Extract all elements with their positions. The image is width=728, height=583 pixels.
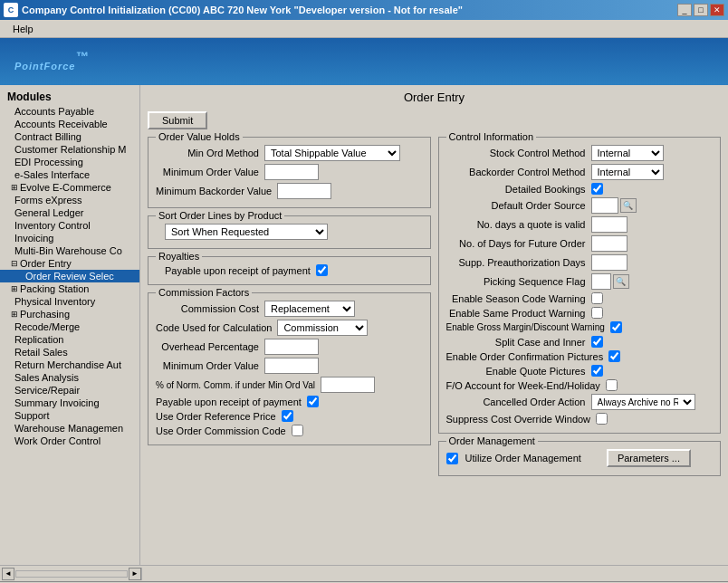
sort-order-lines-group: Sort Order Lines by Product Sort When Re… bbox=[148, 215, 431, 249]
minimize-button[interactable]: _ bbox=[677, 4, 692, 16]
supp-preauth-input[interactable]: 2 bbox=[591, 254, 627, 271]
norm-comm-input[interactable]: .00 bbox=[321, 377, 375, 393]
sidebar-item-general-ledger[interactable]: General Ledger bbox=[0, 206, 139, 219]
comm-min-order-label: Minimum Order Value bbox=[156, 360, 264, 371]
royalties-checkbox[interactable] bbox=[316, 264, 328, 276]
picking-seq-browse[interactable]: 🔍 bbox=[613, 274, 629, 289]
no-days-quote-input[interactable]: 30 bbox=[591, 216, 627, 233]
enable-quote-pics-checkbox[interactable] bbox=[591, 365, 603, 377]
sidebar-item-retail-sales[interactable]: Retail Sales bbox=[0, 346, 139, 358]
comm-payable-label: Payable upon receipt of payment bbox=[156, 397, 307, 407]
close-button[interactable]: ✕ bbox=[710, 4, 724, 16]
sidebar-item-service-repair[interactable]: Service/Repair bbox=[0, 384, 139, 397]
sidebar-item-inventory-control[interactable]: Inventory Control bbox=[0, 219, 139, 232]
sidebar-item-packing-station[interactable]: ⊞ Packing Station bbox=[0, 282, 139, 295]
enable-gross-margin-checkbox[interactable] bbox=[610, 321, 622, 333]
sidebar-item-sales-analysis[interactable]: Sales Analysis bbox=[0, 371, 139, 384]
order-value-holds-title: Order Value Holds bbox=[156, 131, 243, 142]
sidebar-item-evolve-ecommerce[interactable]: ⊞ Evolve E-Commerce bbox=[0, 181, 139, 194]
parameters-button[interactable]: Parameters ... bbox=[607, 449, 691, 467]
fo-account-label: F/O Account for Week-End/Holiday bbox=[446, 380, 606, 391]
commission-cost-label: Commission Cost bbox=[156, 303, 264, 314]
default-order-source-input[interactable]: 1 bbox=[591, 197, 618, 214]
overhead-input[interactable]: .00 bbox=[264, 339, 319, 355]
fo-account-checkbox[interactable] bbox=[606, 379, 618, 391]
sidebar-item-accounts-receivable[interactable]: Accounts Receivable bbox=[0, 118, 139, 130]
supp-preauth-label: Supp. Preauthorization Days bbox=[446, 257, 591, 268]
sidebar-item-order-entry[interactable]: ⊟ Order Entry bbox=[0, 257, 139, 270]
min-backorder-value-input[interactable]: 10.00 bbox=[277, 183, 331, 199]
min-order-value-input[interactable]: 5.00 bbox=[264, 164, 319, 180]
no-days-future-label: No. of Days for Future Order bbox=[446, 238, 591, 249]
sidebar-item-multibin[interactable]: Multi-Bin Warehouse Co bbox=[0, 244, 139, 257]
comm-min-order-input[interactable]: 0 bbox=[264, 358, 319, 374]
sidebar-item-order-review[interactable]: Order Review Selec bbox=[0, 270, 139, 282]
sidebar-item-customer-relationship[interactable]: Customer Relationship M bbox=[0, 143, 139, 156]
min-ord-method-label: Min Ord Method bbox=[156, 148, 264, 158]
sidebar-item-accounts-payable[interactable]: Accounts Payable bbox=[0, 105, 139, 118]
cancelled-order-select[interactable]: Always Archive no Reas bbox=[591, 394, 695, 410]
no-days-future-input[interactable]: 365 bbox=[591, 235, 627, 252]
sort-order-lines-select[interactable]: Sort When Requested bbox=[165, 224, 328, 240]
use-ref-price-label: Use Order Reference Price bbox=[156, 411, 282, 422]
split-case-checkbox[interactable] bbox=[591, 336, 603, 348]
stock-control-select[interactable]: Internal bbox=[591, 145, 664, 161]
sidebar-label-packing: Packing Station bbox=[20, 283, 89, 294]
suppress-cost-checkbox[interactable] bbox=[596, 413, 608, 425]
sidebar-item-replication[interactable]: Replication bbox=[0, 333, 139, 346]
default-order-source-label: Default Order Source bbox=[446, 200, 591, 211]
min-ord-method-select[interactable]: Total Shippable Value bbox=[264, 145, 400, 161]
order-management-title: Order Management bbox=[446, 435, 538, 446]
enable-same-product-checkbox[interactable] bbox=[591, 307, 603, 319]
logo: PointForce™ bbox=[14, 47, 89, 76]
submit-button[interactable]: Submit bbox=[148, 111, 207, 129]
royalties-group: Royalties Payable upon receipt of paymen… bbox=[148, 256, 431, 285]
sidebar-item-forms-express[interactable]: Forms eXpress bbox=[0, 194, 139, 206]
use-comm-code-checkbox[interactable] bbox=[292, 425, 303, 436]
logo-part1: Point bbox=[14, 61, 44, 72]
expand-icon: ⊞ bbox=[11, 183, 18, 192]
enable-quote-pics-label: Enable Quote Pictures bbox=[446, 366, 591, 377]
sidebar-item-purchasing[interactable]: ⊞ Purchasing bbox=[0, 308, 139, 320]
backorder-control-select[interactable]: Internal bbox=[591, 164, 664, 180]
sidebar-item-esales[interactable]: e-Sales Interface bbox=[0, 168, 139, 181]
maximize-button[interactable]: □ bbox=[694, 4, 708, 16]
code-used-select[interactable]: Commission bbox=[277, 320, 368, 336]
picking-seq-input[interactable]: P bbox=[591, 273, 611, 290]
sidebar-item-contract-billing[interactable]: Contract Billing bbox=[0, 130, 139, 143]
scroll-right-btn[interactable]: ► bbox=[129, 568, 141, 580]
min-order-value-label: Minimum Order Value bbox=[156, 167, 264, 177]
sort-order-lines-title: Sort Order Lines by Product bbox=[156, 210, 284, 221]
order-value-holds-group: Order Value Holds Min Ord Method Total S… bbox=[148, 137, 431, 208]
sidebar-item-summary-invoicing[interactable]: Summary Invoicing bbox=[0, 397, 139, 409]
comm-payable-checkbox[interactable] bbox=[307, 396, 319, 407]
enable-season-label: Enable Season Code Warning bbox=[446, 293, 591, 304]
sidebar-item-physical-inventory[interactable]: Physical Inventory bbox=[0, 295, 139, 308]
default-order-source-browse[interactable]: 🔍 bbox=[620, 198, 637, 213]
detailed-bookings-checkbox[interactable] bbox=[591, 183, 603, 195]
scroll-left-btn[interactable]: ◄ bbox=[2, 568, 14, 580]
sidebar-item-recode-merge[interactable]: Recode/Merge bbox=[0, 320, 139, 333]
split-case-label: Split Case and Inner bbox=[446, 337, 591, 348]
enable-same-product-label: Enable Same Product Warning bbox=[446, 308, 591, 319]
sidebar-label-order-entry: Order Entry bbox=[20, 258, 72, 269]
menu-help[interactable]: Help bbox=[5, 23, 41, 35]
use-ref-price-checkbox[interactable] bbox=[282, 410, 293, 422]
sidebar-item-invoicing[interactable]: Invoicing bbox=[0, 232, 139, 244]
page-title: Order Entry bbox=[148, 91, 721, 104]
suppress-cost-label: Suppress Cost Override Window bbox=[446, 414, 597, 425]
stock-control-label: Stock Control Method bbox=[446, 148, 591, 158]
sidebar-item-work-order[interactable]: Work Order Control bbox=[0, 435, 139, 447]
sidebar-item-support[interactable]: Support bbox=[0, 409, 139, 422]
sidebar-item-warehouse-mgmt[interactable]: Warehouse Managemen bbox=[0, 422, 139, 435]
control-info-title: Control Information bbox=[446, 131, 537, 142]
picking-seq-label: Picking Sequence Flag bbox=[446, 276, 591, 287]
sidebar-item-return-merchandise[interactable]: Return Merchandise Aut bbox=[0, 358, 139, 371]
sidebar-label-evolve: Evolve E-Commerce bbox=[20, 182, 111, 193]
enable-order-conf-checkbox[interactable] bbox=[608, 350, 620, 362]
royalties-title: Royalties bbox=[156, 251, 202, 262]
commission-cost-select[interactable]: Replacement bbox=[264, 301, 355, 317]
utilize-order-mgmt-checkbox[interactable] bbox=[446, 453, 458, 464]
sidebar-item-edi-processing[interactable]: EDI Processing bbox=[0, 156, 139, 168]
enable-season-checkbox[interactable] bbox=[591, 292, 603, 304]
